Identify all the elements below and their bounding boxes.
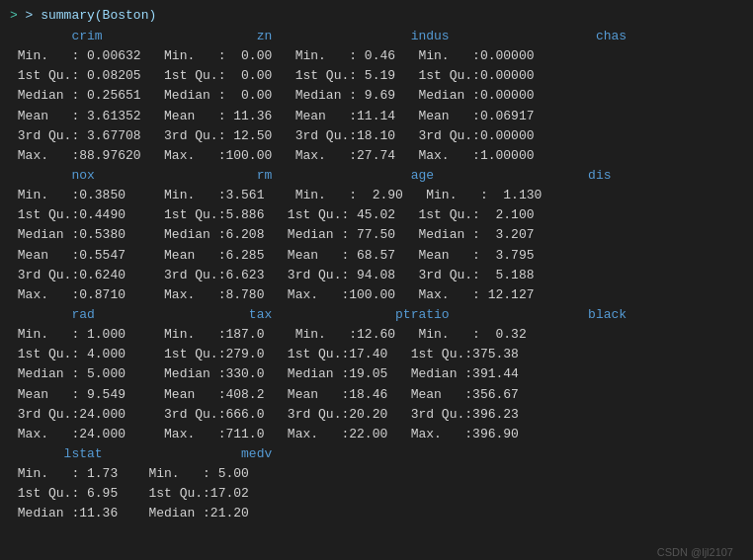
terminal-window: > > summary(Boston) crim zn indus chas M…	[10, 8, 743, 560]
data-line: 3rd Qu.:24.000 3rd Qu.:666.0 3rd Qu.:20.…	[10, 405, 743, 425]
header-line: crim zn indus chas	[10, 27, 743, 46]
data-line: 1st Qu.:0.4490 1st Qu.:5.886 1st Qu.: 45…	[10, 205, 743, 225]
data-line: Max. :88.97620 Max. :100.00 Max. :27.74 …	[10, 146, 743, 166]
data-line: 3rd Qu.: 3.67708 3rd Qu.: 12.50 3rd Qu.:…	[10, 126, 743, 146]
data-line: Mean : 9.549 Mean :408.2 Mean :18.46 Mea…	[10, 385, 743, 405]
watermark: CSDN @ljl2107	[657, 546, 733, 558]
header-line: lstat medv	[10, 444, 743, 464]
data-line: Max. :0.8710 Max. :8.780 Max. :100.00 Ma…	[10, 285, 743, 305]
data-line: 1st Qu.: 6.95 1st Qu.:17.02	[10, 484, 743, 504]
header-line: nox rm age dis	[10, 166, 743, 186]
output-area: crim zn indus chas Min. : 0.00632 Min. :…	[10, 27, 743, 524]
data-line: Min. : 1.73 Min. : 5.00	[10, 464, 743, 484]
data-line: Mean : 3.61352 Mean : 11.36 Mean :11.14 …	[10, 107, 743, 126]
data-line: Min. : 0.00632 Min. : 0.00 Min. : 0.46 M…	[10, 46, 743, 66]
data-line: Min. : 1.000 Min. :187.0 Min. :12.60 Min…	[10, 325, 743, 345]
data-line: 3rd Qu.:0.6240 3rd Qu.:6.623 3rd Qu.: 94…	[10, 266, 743, 285]
data-line: Median :0.5380 Median :6.208 Median : 77…	[10, 225, 743, 245]
prompt: >	[10, 8, 26, 23]
command-line: > > summary(Boston)	[10, 8, 743, 23]
command-text: > summary(Boston)	[26, 8, 157, 23]
data-line: 1st Qu.: 4.000 1st Qu.:279.0 1st Qu.:17.…	[10, 345, 743, 364]
data-line: Mean :0.5547 Mean :6.285 Mean : 68.57 Me…	[10, 246, 743, 266]
data-line: Median : 5.000 Median :330.0 Median :19.…	[10, 364, 743, 384]
header-line: rad tax ptratio black	[10, 305, 743, 325]
data-line: 1st Qu.: 0.08205 1st Qu.: 0.00 1st Qu.: …	[10, 66, 743, 86]
data-line: Min. :0.3850 Min. :3.561 Min. : 2.90 Min…	[10, 186, 743, 205]
data-line: Median :11.36 Median :21.20	[10, 504, 743, 523]
data-line: Max. :24.000 Max. :711.0 Max. :22.00 Max…	[10, 425, 743, 444]
data-line: Median : 0.25651 Median : 0.00 Median : …	[10, 86, 743, 106]
